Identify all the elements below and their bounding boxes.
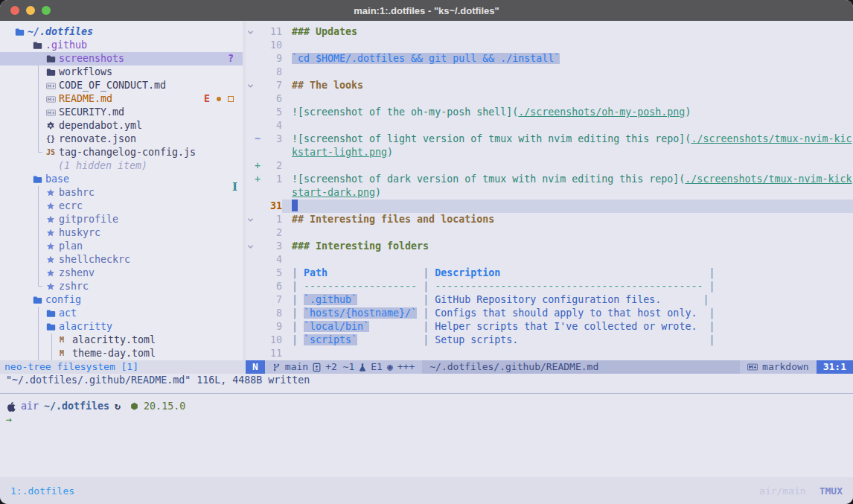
editor-line-text[interactable]: [282, 119, 853, 133]
editor-line-text[interactable]: | ------------------- | ----------------…: [282, 280, 853, 293]
tree-item-readme-md[interactable]: README.mdE: [0, 92, 243, 106]
editor-line-text[interactable]: ![screenshot of light version of tmux wi…: [282, 133, 853, 146]
fold-chevron-icon[interactable]: [246, 79, 255, 92]
tree-item-label: screenshots: [59, 52, 124, 66]
shell-pane[interactable]: air ~/.dotfiles ↻ 20.15.0 →: [0, 393, 853, 477]
editor-line[interactable]: 31: [246, 200, 853, 213]
editor-line-text[interactable]: [282, 200, 853, 213]
editor-line-text[interactable]: [282, 347, 853, 360]
editor-line-text[interactable]: ## The looks: [282, 79, 853, 92]
fold-chevron-icon[interactable]: [246, 213, 255, 226]
editor-line-text[interactable]: ## Interesting files and locations: [282, 213, 853, 226]
editor-line-text[interactable]: kstart-light.png): [282, 146, 853, 159]
fold-chevron-icon[interactable]: [246, 25, 255, 39]
tree-item-theme-day-toml[interactable]: Mtheme-day.toml: [0, 347, 243, 360]
fold-column: [246, 106, 255, 119]
tree-item-shellcheckrc[interactable]: shellcheckrc: [0, 253, 243, 267]
editor-line-text[interactable]: [282, 39, 853, 52]
editor-line[interactable]: 1## Interesting files and locations: [246, 213, 853, 226]
fold-chevron-icon[interactable]: [246, 240, 255, 253]
editor-line[interactable]: 6: [246, 92, 853, 106]
editor-line-text[interactable]: ![screenshot of the oh-my-posh shell](./…: [282, 106, 853, 119]
editor-line-text[interactable]: ### Updates: [282, 25, 853, 39]
fold-column: [246, 119, 255, 133]
tree-item--1-hidden-item-[interactable]: (1 hidden item): [0, 159, 243, 173]
tree-item-badges: ?: [228, 52, 234, 66]
tree-item-bashrc[interactable]: bashrc: [0, 186, 243, 200]
tree-item-gitprofile[interactable]: gitprofile: [0, 213, 243, 226]
tree-item-plan[interactable]: plan: [0, 240, 243, 253]
tree-item-config[interactable]: config: [0, 293, 243, 307]
editor-line[interactable]: 9`cd $HOME/.dotfiles && git pull && ./in…: [246, 52, 853, 66]
editor-line-text[interactable]: ### Interesting folders: [282, 240, 853, 253]
line-number: 2: [263, 159, 282, 173]
tree-item-security-md[interactable]: SECURITY.md: [0, 106, 243, 119]
editor-line-text[interactable]: [282, 92, 853, 106]
editor-pane[interactable]: 11### Updates 10 9`cd $HOME/.dotfiles &&…: [246, 21, 853, 360]
tree-item-zshrc[interactable]: zshrc: [0, 280, 243, 293]
tree-item-label: act: [59, 307, 77, 320]
editor-line[interactable]: 7| `.github` | GitHub Repository configu…: [246, 293, 853, 307]
editor-line[interactable]: 2: [246, 226, 853, 240]
editor-line[interactable]: 5![screenshot of the oh-my-posh shell](.…: [246, 106, 853, 119]
tree-item-base[interactable]: base: [0, 173, 243, 186]
tree-item--github[interactable]: .github: [0, 39, 243, 52]
tree-item-alacritty[interactable]: alacritty: [0, 320, 243, 334]
editor-line[interactable]: 4: [246, 119, 853, 133]
editor-line[interactable]: 3### Interesting folders: [246, 240, 853, 253]
editor-line[interactable]: 9| `local/bin` | Helper scripts that I'v…: [246, 320, 853, 334]
editor-line[interactable]: 10| `scripts` | Setup scripts. |: [246, 334, 853, 347]
tree-item-huskyrc[interactable]: huskyrc: [0, 226, 243, 240]
tree-item-alacritty-toml[interactable]: Malacritty.toml: [0, 334, 243, 347]
editor-line[interactable]: 8| `hosts/{hostname}/` | Configs that sh…: [246, 307, 853, 320]
syntax-segment: ### Updates: [292, 26, 357, 37]
editor-line[interactable]: +1![screenshot of dark version of tmux w…: [246, 173, 853, 186]
editor-line[interactable]: 4: [246, 253, 853, 267]
syntax-segment: [661, 294, 697, 305]
zoom-button[interactable]: [42, 6, 51, 15]
tree-item-workflows[interactable]: workflows: [0, 66, 243, 79]
editor-line[interactable]: 5| Path | Description |: [246, 267, 853, 280]
editor-line-text[interactable]: [282, 159, 853, 173]
syntax-segment: ### Interesting folders: [292, 240, 429, 252]
editor-line[interactable]: start-dark.png): [246, 186, 853, 200]
tree-item-code-of-conduct-md[interactable]: CODE_OF_CONDUCT.md: [0, 79, 243, 92]
editor-line[interactable]: 10: [246, 39, 853, 52]
editor-line-text[interactable]: ![screenshot of dark version of tmux wit…: [282, 173, 853, 186]
editor-line-text[interactable]: | `scripts` | Setup scripts. |: [282, 334, 853, 347]
syntax-segment: ): [685, 106, 691, 118]
tree-item--dotfiles[interactable]: ~/.dotfiles: [0, 25, 243, 39]
editor-line-text[interactable]: start-dark.png): [282, 186, 853, 200]
tree-item-tag-changelog-config-js[interactable]: JStag-changelog-config.js: [0, 146, 243, 159]
minimize-button[interactable]: [26, 6, 35, 15]
tree-item-dependabot-yml[interactable]: dependabot.yml: [0, 119, 243, 133]
editor-line-text[interactable]: | `hosts/{hostname}/` | Configs that sho…: [282, 307, 853, 320]
editor-line-text[interactable]: [282, 226, 853, 240]
tree-item-act[interactable]: act: [0, 307, 243, 320]
git-sign-column: [255, 92, 263, 106]
editor-line[interactable]: +2: [246, 159, 853, 173]
vim-cmdline-message: "~/.dotfiles/.github/README.md" 116L, 44…: [0, 374, 853, 387]
tree-item-zshenv[interactable]: zshenv: [0, 267, 243, 280]
editor-line[interactable]: 8: [246, 66, 853, 79]
editor-line-text[interactable]: `cd $HOME/.dotfiles && git pull && ./ins…: [282, 52, 853, 66]
editor-line-text[interactable]: | `local/bin` | Helper scripts that I've…: [282, 320, 853, 334]
tmux-window-item[interactable]: 1:.dotfiles: [10, 485, 74, 497]
editor-line[interactable]: 7## The looks: [246, 79, 853, 92]
mouse-ibeam-cursor: I: [232, 182, 237, 193]
editor-line[interactable]: kstart-light.png): [246, 146, 853, 159]
editor-line[interactable]: 11: [246, 347, 853, 360]
editor-line-text[interactable]: [282, 66, 853, 79]
editor-line[interactable]: 6| ------------------- | ---------------…: [246, 280, 853, 293]
tree-item-ecrc[interactable]: ecrc: [0, 200, 243, 213]
editor-line[interactable]: ~3![screenshot of light version of tmux …: [246, 133, 853, 146]
tree-item-label: shellcheckrc: [59, 253, 130, 267]
editor-line[interactable]: 11### Updates: [246, 25, 853, 39]
editor-line-text[interactable]: [282, 253, 853, 267]
close-button[interactable]: [10, 6, 19, 15]
tree-item-label: alacritty: [59, 320, 112, 334]
tree-item-screenshots[interactable]: screenshots?: [0, 52, 243, 66]
editor-line-text[interactable]: | Path | Description |: [282, 267, 853, 280]
tree-item-renovate-json[interactable]: {}renovate.json: [0, 133, 243, 146]
editor-line-text[interactable]: | `.github` | GitHub Repository configur…: [282, 293, 853, 307]
